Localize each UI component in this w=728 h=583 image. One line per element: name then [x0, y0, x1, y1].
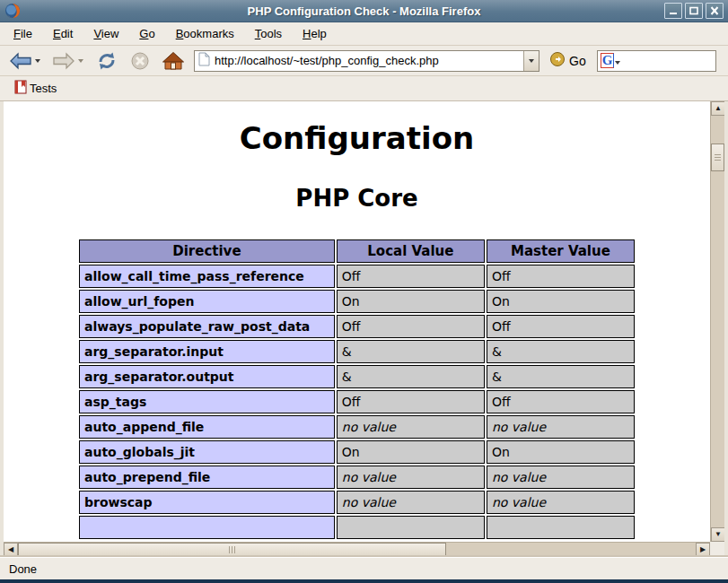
url-bar[interactable] [194, 50, 539, 72]
column-header: Directive [79, 239, 335, 263]
menu-item-file[interactable]: File [5, 24, 40, 43]
table-body: allow_call_time_pass_referenceOffOffallo… [79, 265, 635, 539]
value-cell: & [487, 340, 635, 363]
window-frame-right [724, 101, 728, 557]
bookmark-tests[interactable]: Tests [11, 78, 60, 99]
home-button[interactable] [162, 51, 185, 71]
horizontal-scrollbar[interactable]: ◀ ▶ [4, 542, 710, 557]
bookmarks-toolbar: Tests [0, 76, 728, 101]
search-box[interactable]: G [597, 50, 716, 72]
value-cell: & [487, 365, 635, 388]
bookmark-folder-icon [14, 80, 27, 97]
scroll-right-icon[interactable]: ▶ [696, 543, 710, 557]
value-cell: no value [487, 466, 635, 489]
table-row [79, 516, 635, 539]
bookmark-label: Tests [30, 82, 57, 95]
value-cell: On [487, 440, 635, 464]
back-button[interactable] [9, 52, 32, 70]
page-title: Configuration [4, 120, 710, 156]
search-input[interactable] [620, 54, 715, 67]
value-cell: On [337, 440, 485, 464]
menu-item-go[interactable]: Go [131, 24, 162, 43]
table-row: allow_call_time_pass_referenceOffOff [79, 265, 635, 288]
close-button[interactable] [706, 3, 724, 19]
reload-button[interactable] [95, 51, 118, 71]
directive-cell: asp_tags [79, 390, 335, 413]
table-row: allow_url_fopenOnOn [79, 290, 635, 313]
window-frame-left [0, 101, 4, 557]
directive-cell: auto_prepend_file [79, 466, 335, 489]
window-controls [664, 3, 724, 19]
firefox-window: PHP Configuration Check - Mozilla Firefo… [0, 0, 728, 583]
go-icon [549, 51, 566, 70]
value-cell: Off [337, 265, 485, 288]
menu-item-edit[interactable]: Edit [45, 24, 81, 43]
google-icon: G [601, 53, 615, 68]
scroll-left-icon[interactable]: ◀ [4, 543, 18, 557]
value-cell: no value [487, 415, 635, 439]
table-row: arg_separator.output&& [79, 365, 635, 388]
directive-cell: always_populate_raw_post_data [79, 315, 335, 338]
menu-item-view[interactable]: View [85, 24, 127, 43]
window-title: PHP Configuration Check - Mozilla Firefo… [0, 4, 728, 18]
menu-item-help[interactable]: Help [294, 24, 335, 43]
scrollbar-corner [710, 542, 724, 557]
column-header: Master Value [487, 239, 635, 263]
table-row: browscapno valueno value [79, 491, 635, 514]
value-cell: Off [487, 265, 635, 288]
table-row: auto_append_fileno valueno value [79, 415, 635, 439]
scroll-down-icon[interactable]: ▼ [711, 527, 725, 542]
value-cell: no value [337, 415, 485, 439]
statusbar: Done [0, 557, 728, 579]
directive-cell [79, 516, 335, 539]
value-cell [487, 516, 635, 539]
menubar: FileEditViewGoBookmarksToolsHelp [0, 22, 728, 46]
vertical-scrollbar-thumb[interactable] [711, 144, 724, 171]
value-cell: & [337, 365, 485, 388]
go-label: Go [569, 54, 586, 68]
table-row: auto_globals_jitOnOn [79, 440, 635, 464]
forward-dropdown-icon[interactable] [78, 59, 83, 65]
value-cell [337, 516, 485, 539]
config-table: DirectiveLocal ValueMaster Value allow_c… [77, 238, 636, 541]
status-text: Done [9, 562, 37, 576]
titlebar[interactable]: PHP Configuration Check - Mozilla Firefo… [0, 0, 728, 22]
table-row: always_populate_raw_post_dataOffOff [79, 315, 635, 338]
table-row: arg_separator.input&& [79, 340, 635, 363]
directive-cell: auto_append_file [79, 415, 335, 439]
go-button[interactable]: Go [547, 49, 589, 72]
value-cell: no value [487, 491, 635, 514]
directive-cell: browscap [79, 491, 335, 514]
table-row: asp_tagsOffOff [79, 390, 635, 413]
minimize-button[interactable] [664, 3, 682, 19]
value-cell: On [337, 290, 485, 313]
menu-item-bookmarks[interactable]: Bookmarks [168, 24, 242, 43]
window-frame-bottom [0, 579, 728, 583]
value-cell: Off [337, 390, 485, 413]
value-cell: no value [337, 466, 485, 489]
url-input[interactable] [210, 52, 523, 70]
column-header: Local Value [337, 239, 485, 263]
scroll-up-icon[interactable]: ▲ [711, 101, 725, 116]
directive-cell: auto_globals_jit [79, 440, 335, 464]
maximize-button[interactable] [685, 3, 703, 19]
value-cell: Off [487, 390, 635, 413]
section-title: PHP Core [4, 185, 710, 212]
forward-button[interactable] [52, 52, 75, 70]
directive-cell: allow_url_fopen [79, 290, 335, 313]
table-header-row: DirectiveLocal ValueMaster Value [79, 239, 635, 263]
menu-item-tools[interactable]: Tools [247, 24, 290, 43]
value-cell: Off [487, 315, 635, 338]
directive-cell: arg_separator.input [79, 340, 335, 363]
directive-cell: arg_separator.output [79, 365, 335, 388]
horizontal-scrollbar-thumb[interactable] [18, 543, 446, 557]
value-cell: Off [337, 315, 485, 338]
value-cell: & [337, 340, 485, 363]
vertical-scrollbar[interactable]: ▲ ▼ [710, 101, 724, 542]
back-dropdown-icon[interactable] [35, 59, 40, 65]
page-viewport: Configuration PHP Core DirectiveLocal Va… [4, 101, 710, 542]
value-cell: no value [337, 491, 485, 514]
stop-button[interactable] [130, 51, 150, 71]
url-dropdown-button[interactable] [523, 51, 539, 71]
navigation-toolbar: Go G [0, 46, 728, 76]
